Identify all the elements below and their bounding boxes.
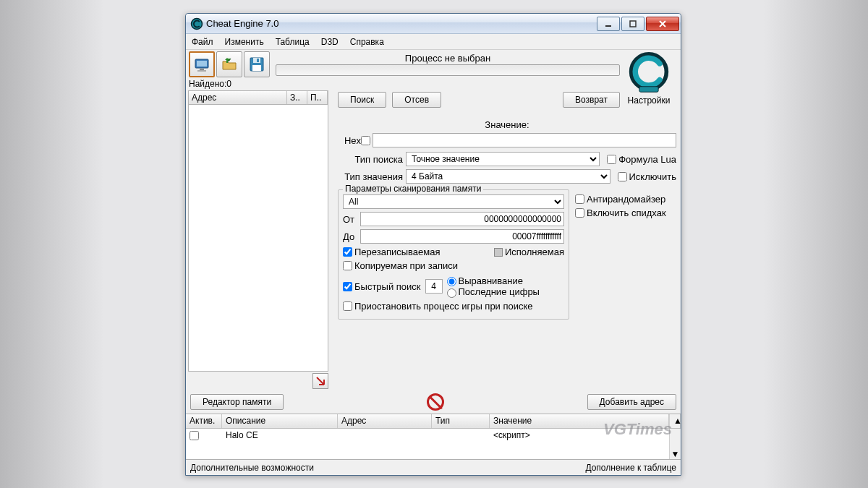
menu-file[interactable]: Файл xyxy=(186,37,219,47)
fastscan-checkbox[interactable] xyxy=(343,282,352,291)
scan-options-legend: Параметры сканирования памяти xyxy=(343,184,483,194)
progress-bar xyxy=(276,64,620,76)
no-process-icon xyxy=(427,393,444,411)
svg-rect-10 xyxy=(257,59,259,62)
to-label: До xyxy=(343,231,360,242)
results-header: Адрес З.. П.. xyxy=(188,90,328,105)
menu-d3d[interactable]: D3D xyxy=(315,37,344,47)
add-address-button[interactable]: Добавить адрес xyxy=(587,394,676,410)
value-label: Значение: xyxy=(485,119,529,130)
add-to-table-button[interactable] xyxy=(312,373,328,389)
svg-rect-5 xyxy=(200,69,204,70)
col-address[interactable]: Адрес xyxy=(338,414,432,428)
footer-right[interactable]: Дополнение к таблице xyxy=(585,463,676,473)
col-description[interactable]: Описание xyxy=(222,414,338,428)
scrollbar-stub[interactable]: ▲ xyxy=(669,414,681,428)
settings-logo[interactable]: Настройки xyxy=(623,51,675,106)
row-active-checkbox[interactable] xyxy=(190,431,199,440)
writable-label: Перезаписываемая xyxy=(354,247,441,257)
pause-label: Приостановить процесс игры при поиске xyxy=(354,301,533,312)
close-button[interactable] xyxy=(646,17,679,31)
speedhack-label: Включить спидхак xyxy=(587,207,666,218)
app-window: Cheat Engine 7.0 Файл Изменить Таблица D… xyxy=(185,13,681,476)
results-col-address[interactable]: Адрес xyxy=(189,91,287,104)
results-col-value[interactable]: З.. xyxy=(287,91,307,104)
open-process-button[interactable] xyxy=(189,51,215,77)
table-row[interactable]: Halo CE <скрипт> xyxy=(186,429,669,442)
titlebar[interactable]: Cheat Engine 7.0 xyxy=(186,14,681,34)
results-col-previous[interactable]: П.. xyxy=(307,91,328,104)
lastdigits-label: Последние цифры xyxy=(459,286,540,297)
cow-checkbox[interactable] xyxy=(343,261,352,270)
cow-label: Копируемая при записи xyxy=(354,260,458,271)
speedhack-checkbox[interactable] xyxy=(575,208,584,218)
lastdigits-radio[interactable] xyxy=(447,288,456,298)
found-label: Найдено: xyxy=(189,79,226,89)
memory-region-select[interactable]: All xyxy=(343,194,564,209)
menu-help[interactable]: Справка xyxy=(344,37,390,47)
alignment-label: Выравнивание xyxy=(459,275,523,286)
menu-edit[interactable]: Изменить xyxy=(219,37,270,47)
from-input[interactable] xyxy=(360,212,564,226)
lua-label: Формула Lua xyxy=(618,154,676,165)
executable-checkbox[interactable] xyxy=(494,248,503,257)
undo-scan-button[interactable]: Возврат xyxy=(563,92,620,108)
settings-label: Настройки xyxy=(623,95,675,106)
process-label: Процесс не выбран xyxy=(276,53,620,64)
window-title: Cheat Engine 7.0 xyxy=(206,18,597,29)
menu-table[interactable]: Таблица xyxy=(270,37,315,47)
app-icon xyxy=(190,17,203,30)
exclude-label: Исключить xyxy=(629,171,677,182)
menubar: Файл Изменить Таблица D3D Справка xyxy=(186,34,681,50)
found-row: Найдено:0 xyxy=(186,79,681,89)
vertical-scrollbar[interactable]: ▼ xyxy=(669,429,681,459)
value-input[interactable] xyxy=(373,133,676,147)
row-description: Halo CE xyxy=(226,430,341,440)
results-list[interactable] xyxy=(188,105,328,372)
valuetype-label: Тип значения xyxy=(338,171,403,182)
footer-left[interactable]: Дополнительные возможности xyxy=(190,463,314,473)
lua-checkbox[interactable] xyxy=(607,155,616,164)
svg-rect-4 xyxy=(197,61,207,67)
exclude-checkbox[interactable] xyxy=(618,172,627,181)
memory-viewer-button[interactable]: Редактор памяти xyxy=(190,394,284,410)
writable-checkbox[interactable] xyxy=(343,247,352,257)
antirand-checkbox[interactable] xyxy=(575,194,584,204)
save-button[interactable] xyxy=(244,51,270,77)
floppy-icon xyxy=(248,56,265,73)
col-type[interactable]: Тип xyxy=(432,414,490,428)
svg-rect-9 xyxy=(252,65,261,71)
open-file-button[interactable] xyxy=(216,51,242,77)
found-value: 0 xyxy=(226,79,231,89)
scantype-label: Тип поиска xyxy=(338,154,403,165)
hex-checkbox[interactable] xyxy=(361,136,370,145)
valuetype-select[interactable]: 4 Байта xyxy=(406,169,610,184)
pause-checkbox[interactable] xyxy=(343,301,352,311)
minimize-button[interactable] xyxy=(597,17,620,31)
scantype-select[interactable]: Точное значение xyxy=(406,152,600,166)
next-scan-button[interactable]: Отсев xyxy=(392,92,441,108)
svg-rect-6 xyxy=(197,70,206,72)
first-scan-button[interactable]: Поиск xyxy=(338,92,386,108)
cheat-engine-logo-icon xyxy=(627,51,671,95)
results-panel: Адрес З.. П.. xyxy=(186,89,331,390)
antirand-label: Антирандомайзер xyxy=(587,194,665,205)
col-active[interactable]: Актив. xyxy=(186,414,222,428)
row-value: <скрипт> xyxy=(493,430,665,440)
maximize-button[interactable] xyxy=(621,17,644,31)
col-value[interactable]: Значение xyxy=(490,414,669,428)
cheat-table-header: Актив. Описание Адрес Тип Значение ▲ xyxy=(186,414,681,429)
svg-rect-1 xyxy=(605,25,611,27)
footer: Дополнительные возможности Дополнение к … xyxy=(186,459,681,475)
svg-rect-2 xyxy=(630,21,636,27)
scan-options-group: Параметры сканирования памяти All От До … xyxy=(338,189,569,320)
from-label: От xyxy=(343,214,360,225)
fastscan-input[interactable] xyxy=(425,279,443,294)
arrow-down-right-icon xyxy=(315,376,326,386)
alignment-radio[interactable] xyxy=(447,277,456,286)
to-input[interactable] xyxy=(360,229,564,244)
scan-panel: Поиск Отсев Возврат Значение: Hex Тип по… xyxy=(331,89,681,390)
folder-open-icon xyxy=(221,56,238,73)
middle-buttons: Редактор памяти Добавить адрес xyxy=(186,390,681,414)
toolbar: Процесс не выбран xyxy=(186,50,681,79)
